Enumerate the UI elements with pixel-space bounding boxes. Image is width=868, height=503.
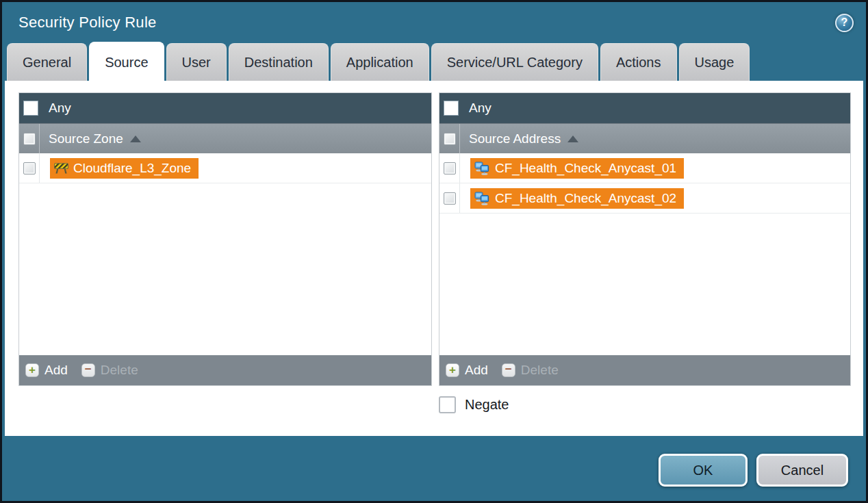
source-address-any-label: Any xyxy=(469,101,492,116)
zone-icon xyxy=(54,162,68,174)
tab-destination[interactable]: Destination xyxy=(229,43,329,81)
negate-row: Negate xyxy=(439,396,863,413)
tab-service-url-category[interactable]: Service/URL Category xyxy=(431,43,598,81)
delete-address-button[interactable]: − Delete xyxy=(502,363,559,378)
table-row[interactable]: CF_Health_Check_Anycast_01 xyxy=(439,153,850,183)
address-chip[interactable]: CF_Health_Check_Anycast_02 xyxy=(470,188,684,209)
source-address-select-all-checkbox[interactable] xyxy=(444,133,456,145)
address-icon xyxy=(474,162,490,175)
source-zone-sort-header[interactable]: Source Zone xyxy=(49,131,141,146)
source-zone-any-header: Any xyxy=(19,93,431,123)
table-row[interactable]: CF_Health_Check_Anycast_02 xyxy=(439,183,850,214)
titlebar: Security Policy Rule ? xyxy=(2,2,866,43)
add-icon: + xyxy=(25,363,39,377)
source-zone-any-checkbox[interactable] xyxy=(23,101,38,116)
delete-icon: − xyxy=(502,363,515,377)
row-checkbox[interactable] xyxy=(23,162,36,175)
source-zone-column-header: Source Zone xyxy=(19,123,431,153)
sort-ascending-icon xyxy=(567,136,578,142)
address-chip[interactable]: CF_Health_Check_Anycast_01 xyxy=(470,158,684,179)
delete-label: Delete xyxy=(521,363,559,378)
add-address-button[interactable]: + Add xyxy=(446,363,488,378)
source-zone-column-label: Source Zone xyxy=(49,131,123,146)
source-zone-any-label: Any xyxy=(49,101,71,116)
tab-source[interactable]: Source xyxy=(89,42,164,81)
source-address-list: CF_Health_Check_Anycast_01 xyxy=(439,153,850,355)
row-checkbox[interactable] xyxy=(444,192,456,205)
tab-usage[interactable]: Usage xyxy=(679,43,750,81)
negate-label: Negate xyxy=(465,397,509,413)
panels-container: Any Source Zone xyxy=(5,81,863,386)
source-zone-panel: Any Source Zone xyxy=(18,92,432,386)
source-address-sort-header[interactable]: Source Address xyxy=(469,131,578,146)
add-label: Add xyxy=(44,363,68,378)
add-label: Add xyxy=(465,363,488,378)
dialog-footer: OK Cancel xyxy=(2,436,866,487)
table-row[interactable]: Cloudflare_L3_Zone xyxy=(19,153,431,183)
source-address-panel: Any Source Address xyxy=(439,92,851,386)
source-address-any-checkbox[interactable] xyxy=(444,101,459,116)
delete-label: Delete xyxy=(101,363,138,378)
source-zone-select-all-checkbox[interactable] xyxy=(23,133,36,145)
help-icon[interactable]: ? xyxy=(835,14,854,32)
zone-name: Cloudflare_L3_Zone xyxy=(73,161,191,176)
tab-general[interactable]: General xyxy=(7,43,87,81)
source-address-any-header: Any xyxy=(439,93,850,123)
add-zone-button[interactable]: + Add xyxy=(25,363,68,378)
tab-application[interactable]: Application xyxy=(331,43,429,81)
dialog-title: Security Policy Rule xyxy=(18,14,835,31)
tab-user[interactable]: User xyxy=(166,43,227,81)
security-policy-rule-dialog: Security Policy Rule ? General Source Us… xyxy=(0,0,868,503)
source-zone-toolbar: + Add − Delete xyxy=(19,355,431,385)
negate-checkbox[interactable] xyxy=(439,396,456,413)
tab-bar: General Source User Destination Applicat… xyxy=(2,43,866,81)
sort-ascending-icon xyxy=(130,136,141,142)
add-icon: + xyxy=(446,363,459,377)
tab-actions[interactable]: Actions xyxy=(600,43,677,81)
ok-button[interactable]: OK xyxy=(659,454,748,487)
source-address-column-label: Source Address xyxy=(469,131,561,146)
source-address-toolbar: + Add − Delete xyxy=(439,355,850,385)
delete-icon: − xyxy=(81,363,95,377)
row-checkbox[interactable] xyxy=(444,162,456,175)
zone-chip[interactable]: Cloudflare_L3_Zone xyxy=(50,158,199,179)
source-zone-list: Cloudflare_L3_Zone xyxy=(19,153,431,355)
source-tab-content: Any Source Zone xyxy=(5,81,863,436)
address-icon xyxy=(474,192,490,205)
address-name: CF_Health_Check_Anycast_01 xyxy=(495,161,676,176)
address-name: CF_Health_Check_Anycast_02 xyxy=(495,191,676,206)
source-address-column-header: Source Address xyxy=(439,123,850,153)
delete-zone-button[interactable]: − Delete xyxy=(81,363,138,378)
cancel-button[interactable]: Cancel xyxy=(756,454,848,487)
